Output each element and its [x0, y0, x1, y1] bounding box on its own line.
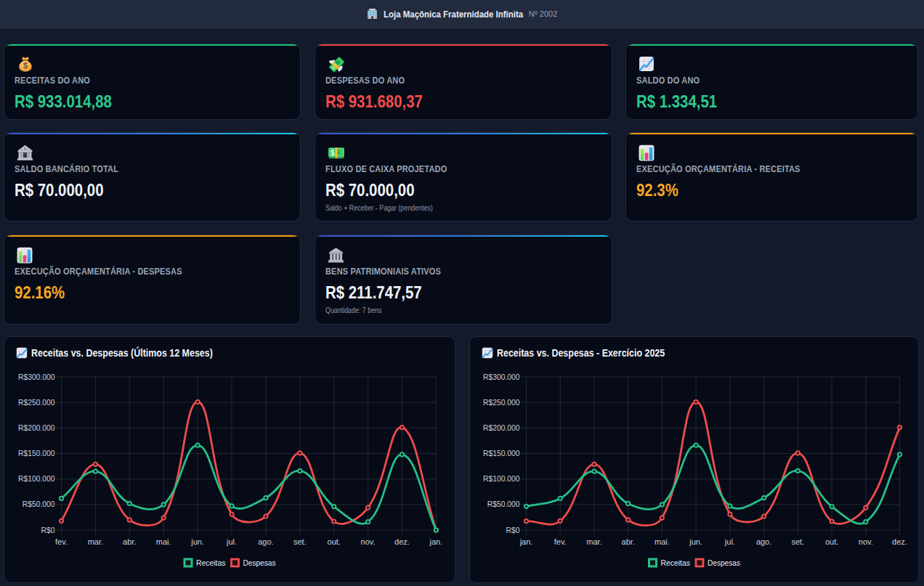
svg-text:dez.: dez. [892, 537, 907, 546]
svg-text:mai.: mai. [654, 537, 670, 546]
svg-text:mar.: mar. [586, 537, 601, 546]
svg-text:ago.: ago. [258, 537, 273, 546]
svg-text:jun.: jun. [689, 537, 702, 546]
svg-text:R$300.000: R$300.000 [483, 373, 520, 381]
svg-text:abr.: abr. [123, 537, 136, 546]
svg-text:out.: out. [825, 537, 838, 546]
svg-text:R$100.000: R$100.000 [18, 475, 55, 483]
svg-text:R$300.000: R$300.000 [18, 373, 55, 381]
svg-text:R$200.000: R$200.000 [483, 424, 520, 432]
svg-text:R$50.000: R$50.000 [23, 500, 55, 508]
svg-text:R$0: R$0 [506, 526, 520, 534]
svg-text:$: $ [331, 148, 335, 156]
svg-text:R$150.000: R$150.000 [18, 449, 55, 457]
svg-text:fev.: fev. [554, 537, 567, 546]
svg-text:R$200.000: R$200.000 [18, 424, 55, 432]
svg-text:Receitas: Receitas [196, 558, 226, 567]
svg-text:Despesas: Despesas [708, 558, 740, 567]
svg-text:jan.: jan. [429, 537, 443, 546]
svg-text:$: $ [23, 61, 28, 70]
svg-text:R$100.000: R$100.000 [483, 475, 520, 483]
svg-text:R$150.000: R$150.000 [483, 449, 520, 457]
svg-text:mar.: mar. [88, 537, 103, 546]
svg-text:jul.: jul. [226, 537, 237, 546]
svg-text:Receitas: Receitas [661, 558, 691, 567]
svg-text:out.: out. [328, 537, 341, 546]
svg-text:fev.: fev. [55, 537, 68, 546]
svg-text:jul.: jul. [724, 537, 735, 546]
svg-text:jun.: jun. [190, 537, 204, 546]
svg-text:ago.: ago. [756, 537, 771, 546]
svg-text:R$50.000: R$50.000 [487, 500, 520, 508]
svg-text:jan.: jan. [519, 537, 533, 546]
svg-text:nov.: nov. [361, 537, 376, 546]
svg-text:abr.: abr. [622, 537, 635, 546]
svg-text:R$250.000: R$250.000 [483, 399, 520, 407]
svg-text:$: $ [23, 146, 25, 150]
svg-text:Despesas: Despesas [243, 558, 276, 567]
svg-text:R$250.000: R$250.000 [18, 399, 55, 407]
svg-text:dez.: dez. [394, 537, 410, 546]
svg-text:R$0: R$0 [41, 526, 55, 534]
svg-text:mai.: mai. [156, 537, 171, 546]
svg-text:set.: set. [791, 537, 804, 546]
svg-text:set.: set. [293, 537, 307, 546]
svg-text:nov.: nov. [859, 537, 873, 546]
